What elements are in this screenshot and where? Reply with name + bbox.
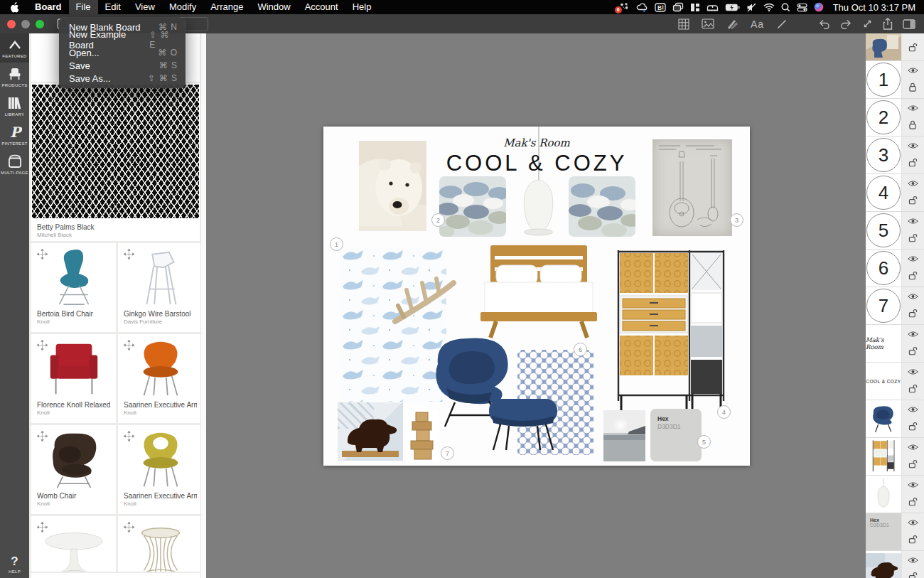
pendant-lamp[interactable] [517,179,559,237]
layer-thumbnail[interactable]: 4 [866,174,902,211]
layer-thumbnail[interactable]: 7 [866,287,902,324]
menu-board[interactable]: Board [28,0,69,14]
menu-window[interactable]: Window [250,0,297,14]
spotlight-icon[interactable] [781,3,790,12]
layer-row-4[interactable]: 4 [866,174,924,212]
move-handle-icon[interactable] [124,340,134,350]
split-layout-icon[interactable] [690,3,700,12]
bear-sculpture-photo[interactable] [338,402,403,461]
seascape-photo[interactable] [603,410,645,461]
layer-thumbnail[interactable]: 5 [866,212,902,249]
sidebar-item-products[interactable]: PRODUCTS [0,63,29,92]
layer-row-pendant-lamp[interactable] [866,476,924,513]
close-button[interactable] [7,20,16,28]
sidebar-item-featured[interactable]: FEATURED [0,33,29,63]
eye-icon[interactable] [908,331,918,338]
wifi-icon[interactable] [763,3,775,11]
minimize-button[interactable] [21,20,30,28]
siri-icon[interactable] [814,2,824,12]
menu-arrange[interactable]: Arrange [203,0,250,14]
sidebar-item-library[interactable]: LIBRARY [0,92,29,121]
layer-row-room-photo[interactable] [866,33,924,61]
product-card-saarinen-yellow[interactable]: Saarinen Executive Armless... Knoll [118,425,203,514]
grid-icon[interactable] [678,18,689,30]
board-canvas[interactable]: Mak's Room COOL & COZY [323,127,750,466]
eye-icon[interactable] [908,519,918,526]
layer-row-2[interactable]: 2 [866,99,924,137]
menu-edit[interactable]: Edit [98,0,128,14]
control-center-icon[interactable] [797,3,807,12]
menu-modify[interactable]: Modify [162,0,203,14]
unlock-icon[interactable] [908,42,918,53]
eye-icon[interactable] [908,557,918,564]
swatches-icon[interactable] [726,18,738,30]
move-handle-icon[interactable] [124,431,134,441]
move-handle-icon[interactable] [124,249,134,259]
menu-item-save[interactable]: Save ⌘ S [59,59,186,72]
cloud-pillow-left[interactable] [439,176,506,237]
unlock-icon[interactable] [908,270,918,281]
layer-row-title[interactable]: COOL & COZY [866,363,924,400]
unlock-icon[interactable] [908,571,918,578]
layer-thumbnail[interactable] [866,551,902,578]
eye-icon[interactable] [908,105,918,112]
unlock-icon[interactable] [908,232,918,243]
unlock-icon[interactable] [908,195,918,205]
app-status-icon[interactable]: 6 [618,2,630,12]
eye-icon[interactable] [908,255,918,262]
layer-row-subtitle[interactable]: Mak's Room [866,325,924,363]
move-handle-icon[interactable] [37,249,48,259]
eye-icon[interactable] [908,218,918,225]
hex-color-swatch[interactable]: Hex D3D3D1 [650,409,702,461]
product-card-bertoia-bird-chair[interactable]: Bertoia Bird Chair Knoll [31,243,116,332]
layer-row-hex-swatch[interactable]: Hex D3D3D1 [866,513,924,551]
board-title[interactable]: COOL & COZY [323,151,750,176]
unlock-icon[interactable] [908,308,918,319]
draw-tool-icon[interactable] [776,18,788,30]
menu-item-save-as[interactable]: Save As... ⇧ ⌘ S [59,72,186,85]
product-card-womb-chair[interactable]: Womb Chair Knoll [31,425,116,514]
sidebar-item-multi-page[interactable]: MULTI-PAGE [0,150,29,179]
mute-icon[interactable] [746,3,757,12]
text-tool-icon[interactable]: Aa [751,18,764,30]
bed[interactable] [475,245,603,339]
share-icon[interactable] [883,18,893,30]
lock-icon[interactable] [908,82,917,92]
layer-thumbnail[interactable]: Mak's Room [866,325,902,362]
move-handle-icon[interactable] [37,522,48,532]
sidebar-item-pinterest[interactable]: P PINTEREST [0,121,29,150]
layer-thumbnail[interactable] [866,476,902,513]
workspace[interactable]: Mak's Room COOL & COZY [206,33,866,578]
unlock-icon[interactable] [908,346,918,356]
eye-icon[interactable] [908,406,918,413]
keyboard-icon[interactable] [707,3,719,11]
menu-item-new-example-board[interactable]: New Example Board ⇧ ⌘ E [59,33,186,46]
product-card-saarinen-table[interactable]: Saarinen Dining Table - 78 Knoll [31,516,116,578]
layer-row-bear[interactable] [866,551,924,578]
layer-row-6[interactable]: 6 [866,250,924,287]
unlock-icon[interactable] [908,459,918,469]
eye-icon[interactable] [908,293,918,300]
eye-icon[interactable] [908,142,918,149]
layer-row-storage-unit[interactable] [866,438,924,476]
womb-ottoman-blue[interactable] [485,395,562,453]
menu-view[interactable]: View [128,0,162,14]
move-handle-icon[interactable] [37,431,48,441]
eye-icon[interactable] [908,368,918,375]
cloud-pillow-right[interactable] [569,176,635,237]
layer-thumbnail[interactable] [866,438,902,475]
panels-toggle-icon[interactable] [903,19,915,29]
lock-icon[interactable] [908,119,917,130]
layer-thumbnail[interactable]: 3 [866,137,902,173]
antler-object[interactable] [390,274,461,331]
layer-row-1[interactable]: 1 [866,61,924,99]
menu-bar-clock[interactable]: Thu Oct 10 3:17 PM [830,2,915,13]
redo-icon[interactable] [840,19,852,29]
layer-thumbnail[interactable]: COOL & COZY [866,363,902,400]
layer-thumbnail[interactable]: 2 [866,99,902,136]
product-card-platner-table[interactable]: Platner Side Table Knoll [118,516,203,578]
layer-row-7[interactable]: 7 [866,287,924,325]
move-handle-icon[interactable] [124,522,134,532]
unlock-icon[interactable] [908,534,918,545]
eye-icon[interactable] [908,180,918,187]
